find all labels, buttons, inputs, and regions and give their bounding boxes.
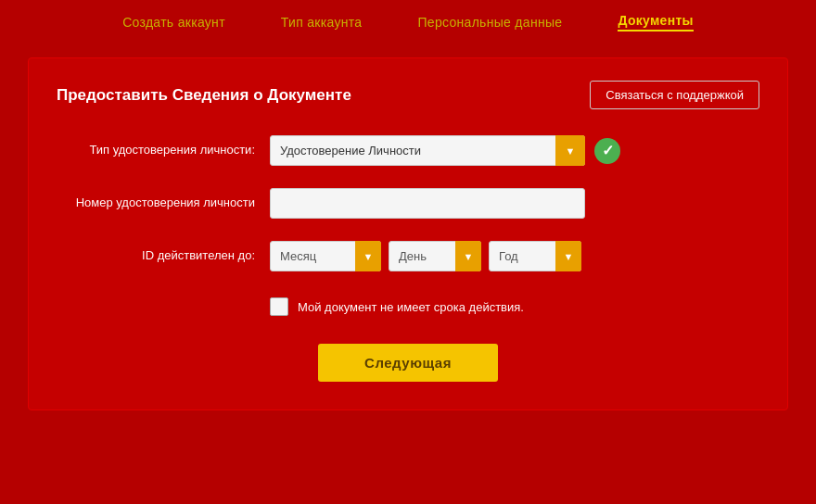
id-type-control-wrapper: Удостоверение Личности Паспорт Водительс… [270,135,759,166]
nav-create-account[interactable]: Создать аккаунт [122,15,225,30]
support-button[interactable]: Связаться с поддержкой [590,81,759,109]
next-button-row: Следующая [57,344,759,382]
no-expiry-label: Мой документ не имеет срока действия. [298,300,524,314]
nav-account-type[interactable]: Тип аккаунта [281,15,363,30]
id-expiry-control-wrapper: Месяц Январь Февраль Март Апрель Май Июн… [270,241,759,271]
card-title: Предоставить Сведения о Документе [57,86,351,105]
month-select-wrapper: Месяц Январь Февраль Март Апрель Май Июн… [270,241,381,271]
id-type-select[interactable]: Удостоверение Личности Паспорт Водительс… [270,135,585,166]
no-expiry-checkbox-row: Мой документ не имеет срока действия. [270,297,524,316]
day-select[interactable]: День [389,241,481,271]
no-expiry-checkbox[interactable] [270,297,288,316]
year-select-wrapper: Год [489,241,581,271]
year-select[interactable]: Год [489,241,581,271]
day-select-wrapper: День [389,241,481,271]
id-number-control-wrapper [270,188,759,219]
no-expiry-row: Мой документ не имеет срока действия. [57,294,759,316]
nav-personal-data[interactable]: Персональные данные [417,15,562,30]
id-type-check-icon [594,138,620,164]
id-number-label: Номер удостоверения личности [57,195,270,211]
document-form-card: Предоставить Сведения о Документе Связат… [28,57,788,410]
id-number-input[interactable] [270,188,585,219]
id-expiry-label: ID действителен до: [57,247,270,264]
id-type-row: Тип удостоверения личности: Удостоверени… [57,135,759,166]
nav-documents[interactable]: Документы [618,13,693,32]
id-type-label: Тип удостоверения личности: [57,142,270,158]
id-number-row: Номер удостоверения личности [57,188,759,219]
top-navigation: Создать аккаунт Тип аккаунта Персональны… [0,0,816,41]
id-type-select-wrapper: Удостоверение Личности Паспорт Водительс… [270,135,585,166]
date-selects-row: Месяц Январь Февраль Март Апрель Май Июн… [270,241,581,271]
next-button[interactable]: Следующая [318,344,498,382]
month-select[interactable]: Месяц Январь Февраль Март Апрель Май Июн… [270,241,381,271]
no-expiry-control-wrapper: Мой документ не имеет срока действия. [270,294,759,316]
id-expiry-row: ID действителен до: Месяц Январь Февраль… [57,241,759,271]
card-header: Предоставить Сведения о Документе Связат… [57,81,759,109]
